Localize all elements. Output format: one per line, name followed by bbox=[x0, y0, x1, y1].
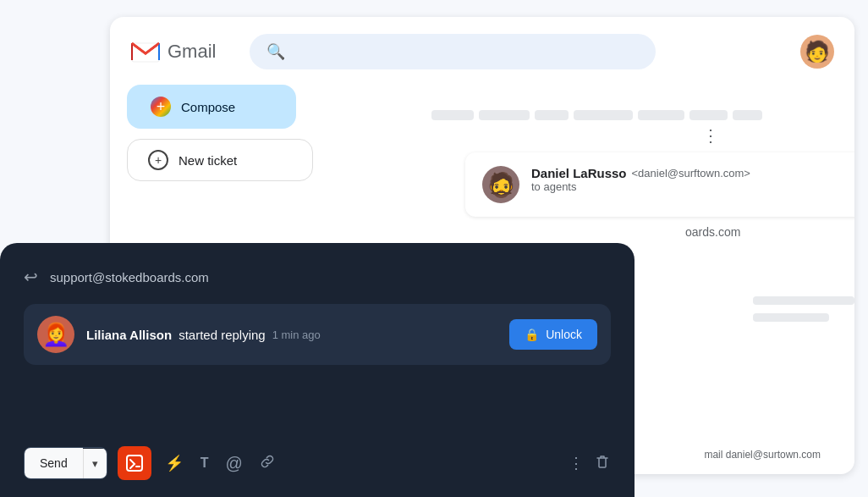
skeleton-block bbox=[733, 110, 762, 120]
sender-name: Daniel LaRusso bbox=[531, 166, 627, 180]
gmail-header: Gmail 🔍 🧑 bbox=[130, 34, 834, 69]
sender-avatar: 🧔 bbox=[482, 166, 519, 203]
gmail-m-icon bbox=[130, 40, 161, 64]
email-sender-row: 🧔 Daniel LaRusso <daniel@surftown.com> t… bbox=[482, 166, 854, 203]
search-icon: 🔍 bbox=[266, 42, 285, 61]
lock-icon: 🔒 bbox=[525, 328, 539, 341]
skeleton-row-1 bbox=[431, 110, 762, 120]
content-blocks bbox=[753, 296, 854, 322]
link-icon[interactable] bbox=[256, 450, 278, 477]
content-block bbox=[753, 296, 854, 305]
skeleton-block bbox=[535, 110, 569, 120]
user-avatar[interactable]: 🧑 bbox=[800, 35, 834, 69]
send-button[interactable]: Send bbox=[25, 448, 83, 478]
skeleton-block bbox=[638, 110, 684, 120]
back-icon[interactable]: ↩ bbox=[24, 267, 38, 287]
gmail-search-bar[interactable]: 🔍 bbox=[250, 34, 656, 69]
domain-text: oards.com bbox=[685, 225, 740, 239]
content-block bbox=[753, 313, 829, 322]
notification-card: 👩‍🦰 Liliana Allison started replying 1 m… bbox=[24, 304, 611, 365]
send-group: Send ▾ bbox=[24, 447, 107, 479]
sender-info: Daniel LaRusso <daniel@surftown.com> to … bbox=[531, 166, 750, 193]
gmail-logo: Gmail bbox=[130, 40, 216, 64]
new-ticket-label: New ticket bbox=[179, 153, 237, 168]
new-ticket-icon: + bbox=[148, 150, 168, 170]
kustomer-icon bbox=[126, 455, 143, 472]
lightning-icon[interactable]: ⚡ bbox=[162, 450, 187, 476]
notif-action: started replying bbox=[179, 328, 266, 342]
skeleton-block bbox=[574, 110, 633, 120]
panel-email: support@stokedboards.com bbox=[50, 270, 209, 284]
more-options-icon[interactable]: ⋮ bbox=[702, 125, 719, 146]
compose-button[interactable]: + Compose bbox=[127, 85, 296, 129]
skeleton-block bbox=[479, 110, 530, 120]
notif-main: Liliana Allison started replying 1 min a… bbox=[86, 328, 497, 342]
notif-avatar: 👩‍🦰 bbox=[37, 316, 74, 353]
send-chevron-button[interactable]: ▾ bbox=[83, 449, 107, 478]
unlock-button[interactable]: 🔒 Unlock bbox=[509, 319, 597, 350]
panel-header: ↩ support@stokedboards.com bbox=[24, 267, 611, 287]
bottom-email-text: mail daniel@surtown.com bbox=[704, 449, 821, 461]
mention-icon[interactable]: @ bbox=[222, 450, 245, 477]
panel-toolbar: Send ▾ ⚡ T @ ⋮ bbox=[24, 446, 611, 480]
compose-icon: + bbox=[151, 97, 171, 117]
more-icon[interactable]: ⋮ bbox=[569, 454, 584, 472]
notif-name: Liliana Allison bbox=[86, 328, 172, 342]
text-format-icon[interactable]: T bbox=[197, 452, 212, 474]
notif-time: 1 min ago bbox=[272, 329, 321, 341]
sender-email: <daniel@surftown.com> bbox=[632, 167, 750, 179]
compose-label: Compose bbox=[181, 100, 235, 114]
new-ticket-button[interactable]: + New ticket bbox=[127, 139, 313, 181]
notif-text: Liliana Allison started replying 1 min a… bbox=[86, 328, 497, 342]
dark-overlay-panel: ↩ support@stokedboards.com 👩‍🦰 Liliana A… bbox=[0, 243, 635, 497]
skeleton-block bbox=[689, 110, 728, 120]
unlock-label: Unlock bbox=[546, 328, 582, 341]
kustomer-button[interactable] bbox=[118, 446, 151, 480]
gmail-sidebar: + Compose + New ticket bbox=[127, 85, 313, 181]
skeleton-block bbox=[431, 110, 474, 120]
chevron-down-icon: ▾ bbox=[92, 457, 98, 470]
email-detail-panel: 🧔 Daniel LaRusso <daniel@surftown.com> t… bbox=[465, 152, 854, 217]
trash-icon[interactable] bbox=[594, 453, 611, 474]
gmail-wordmark: Gmail bbox=[168, 41, 216, 63]
sender-to: to agents bbox=[531, 180, 750, 193]
